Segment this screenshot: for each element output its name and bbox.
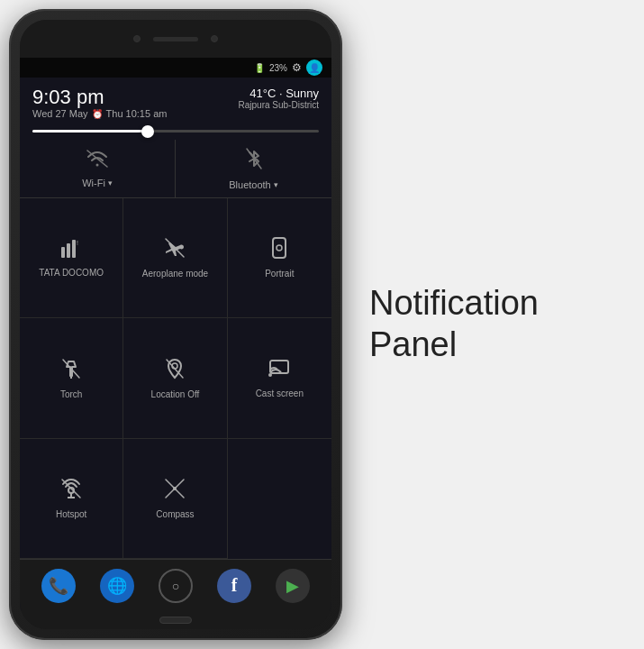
temperature: 41°C · Sunny [239,87,319,100]
wifi-bt-row: Wi-Fi ▾ Bl [20,140,331,198]
dock-play[interactable]: ▶ [276,569,310,603]
alarm-icon: ⏰ [92,109,103,119]
home-button-physical[interactable] [159,617,192,624]
camera-dot-right [211,35,218,42]
quick-toggles: Wi-Fi ▾ Bl [20,140,331,559]
bottom-dock: 📞 🌐 ○ f ▶ [20,559,331,611]
brightness-row[interactable] [20,124,331,140]
dock-facebook[interactable]: f [217,569,251,603]
svg-point-14 [268,373,272,377]
phone-bottom-bar [20,611,331,629]
torch-icon [61,358,81,385]
tile-aeroplane[interactable]: Aeroplane mode [123,198,227,318]
cast-screen-label: Cast screen [256,388,304,398]
day-label: Wed 27 May [32,108,88,119]
svg-text:!: ! [77,240,78,246]
phone-inner: 🔋 23% ⚙ 👤 9:03 pm Wed 27 May ⏰ [20,20,331,629]
notification-panel: 9:03 pm Wed 27 May ⏰ Thu 10:15 am 41°C ·… [20,78,331,611]
settings-icon[interactable]: ⚙ [292,61,302,74]
current-time: 9:03 pm [32,87,167,108]
right-label: Notification Panel [342,283,644,365]
dock-phone[interactable]: 📞 [41,569,76,603]
time-block: 9:03 pm Wed 27 May ⏰ Thu 10:15 am [32,87,167,119]
aeroplane-label: Aeroplane mode [142,269,208,279]
label-line1: Notification [369,284,539,322]
wifi-toggle[interactable]: Wi-Fi ▾ [20,140,176,197]
hotspot-label: Hotspot [56,509,86,519]
bluetooth-label: Bluetooth [229,179,270,190]
phone-top-bar [20,20,331,58]
tile-tata-docomo[interactable]: ! TATA DOCOMO [20,198,123,318]
tiles-grid: ! TATA DOCOMO [20,198,331,559]
location-off-label: Location Off [151,389,200,399]
avatar-icon: 👤 [309,63,320,73]
svg-point-8 [277,245,282,251]
wifi-label: Wi-Fi [82,178,105,188]
compass-label: Compass [156,509,194,519]
cast-icon [268,359,290,384]
label-line2: Panel [369,325,457,363]
weather-block: 41°C · Sunny Rajpura Sub-District [239,87,319,110]
portrait-label: Portrait [265,269,294,279]
svg-point-21 [173,487,177,490]
tile-compass[interactable]: Compass [123,439,227,559]
wifi-label-row: Wi-Fi ▾ [82,178,113,188]
phone-shell: 🔋 23% ⚙ 👤 9:03 pm Wed 27 May ⏰ [9,9,342,640]
avatar[interactable]: 👤 [306,59,322,76]
dock-home[interactable]: ○ [159,569,193,603]
svg-rect-7 [273,238,286,258]
alarm-time: Thu 10:15 am [106,108,168,119]
signal-icon: ! [61,238,81,263]
bluetooth-arrow: ▾ [274,180,278,189]
compass-icon [164,478,186,505]
page-container: 🔋 23% ⚙ 👤 9:03 pm Wed 27 May ⏰ [0,0,644,649]
torch-label: Torch [60,389,82,399]
tile-cast-screen[interactable]: Cast screen [228,318,331,438]
airplane-icon [164,237,186,264]
svg-rect-3 [67,243,70,258]
camera-dot [133,35,141,42]
battery-icon: 🔋 [254,63,265,73]
notification-panel-title: Notification Panel [369,283,635,365]
date-row: Wed 27 May ⏰ Thu 10:15 am [32,108,167,119]
battery-percent: 23% [269,63,287,73]
brightness-track[interactable] [32,130,319,133]
wifi-arrow: ▾ [108,178,113,187]
svg-rect-4 [72,240,76,258]
brightness-thumb[interactable] [141,125,154,138]
hotspot-icon [60,478,82,505]
tile-hotspot[interactable]: Hotspot [20,439,123,559]
portrait-icon [269,237,289,264]
wifi-off-icon [86,149,109,174]
location-off-icon [165,358,185,385]
speaker-grille [153,37,198,41]
bluetooth-toggle[interactable]: Bluetooth ▾ [176,140,331,197]
svg-rect-2 [61,247,65,258]
bluetooth-label-row: Bluetooth ▾ [229,179,277,190]
dock-browser[interactable]: 🌐 [100,569,134,603]
location-text: Rajpura Sub-District [239,100,319,110]
brightness-fill [32,130,147,133]
bluetooth-off-icon [245,147,263,176]
time-date-row: 9:03 pm Wed 27 May ⏰ Thu 10:15 am 41°C ·… [20,78,331,124]
status-bar-right: 🔋 23% ⚙ 👤 [254,59,322,76]
status-bar: 🔋 23% ⚙ 👤 [20,58,331,78]
tata-docomo-label: TATA DOCOMO [39,268,104,278]
tile-portrait[interactable]: Portrait [228,198,331,318]
tile-location-off[interactable]: Location Off [123,318,227,438]
tile-torch[interactable]: Torch [20,318,123,438]
